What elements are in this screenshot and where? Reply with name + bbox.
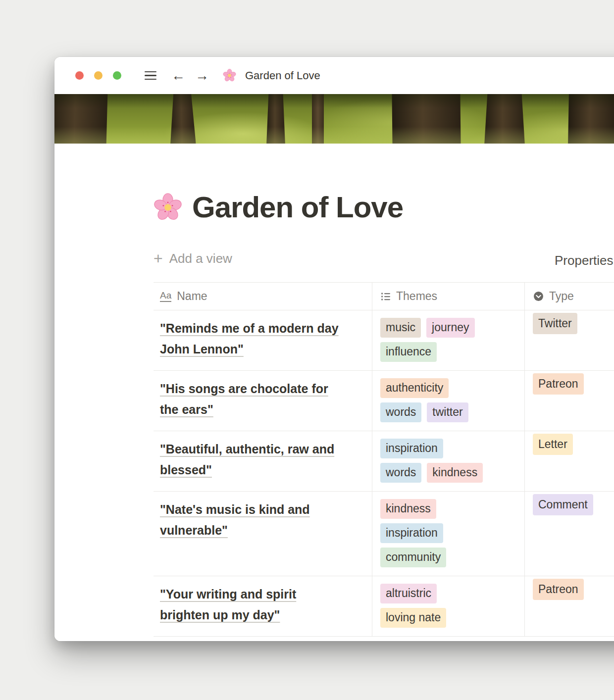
table-header-row: Aa Name Themes bbox=[154, 282, 614, 310]
tag-line: authenticity bbox=[380, 378, 449, 398]
table-row: "His songs are chocolate forthe ears"aut… bbox=[154, 371, 614, 431]
row-title[interactable]: the ears" bbox=[160, 399, 362, 420]
name-cell[interactable]: "Nate's music is kind andvulnerable" bbox=[154, 492, 372, 576]
name-cell[interactable]: "Beautiful, authentic, raw andblessed" bbox=[154, 431, 372, 491]
column-header-type[interactable]: Type bbox=[525, 283, 614, 310]
forward-arrow-icon[interactable]: → bbox=[195, 69, 209, 83]
column-label: Name bbox=[177, 290, 207, 303]
column-header-themes[interactable]: Themes bbox=[372, 283, 525, 310]
close-window-button[interactable] bbox=[75, 71, 84, 80]
column-header-name[interactable]: Aa Name bbox=[154, 283, 372, 310]
title-property-icon: Aa bbox=[160, 291, 171, 302]
database-table: Aa Name Themes bbox=[154, 282, 614, 641]
page-title-text: Garden of Love bbox=[192, 190, 403, 224]
page-content: Garden of Love + Add a view Properties A… bbox=[54, 190, 614, 641]
type-cell[interactable]: Patreon bbox=[525, 576, 614, 636]
theme-tag: kindness bbox=[427, 463, 483, 483]
plus-icon: + bbox=[154, 251, 163, 266]
theme-tag: words bbox=[380, 463, 421, 483]
select-icon bbox=[533, 291, 544, 301]
theme-tag: authenticity bbox=[380, 378, 449, 398]
type-cell[interactable]: Patreon bbox=[525, 371, 614, 431]
theme-tag: altruistric bbox=[380, 584, 437, 603]
window-title: Garden of Love bbox=[245, 69, 320, 82]
row-title[interactable]: brighten up my day" bbox=[160, 604, 362, 625]
page-title: Garden of Love bbox=[154, 190, 614, 224]
themes-cell[interactable]: altruistricloving nate bbox=[372, 576, 525, 636]
tag-line: community bbox=[380, 548, 446, 567]
tag-line: inspiration bbox=[380, 439, 443, 458]
app-window: ← → Garden bbox=[54, 57, 614, 641]
minimize-window-button[interactable] bbox=[94, 71, 102, 80]
cover-image[interactable] bbox=[54, 94, 614, 144]
properties-button[interactable]: Properties bbox=[555, 253, 614, 268]
table-row: "Your writing and spiritbrighten up my d… bbox=[154, 576, 614, 637]
theme-tag: journey bbox=[426, 318, 474, 338]
tag-line: loving nate bbox=[380, 608, 446, 628]
row-title[interactable]: vulnerable" bbox=[160, 520, 362, 541]
type-tag: Comment bbox=[533, 494, 593, 515]
themes-cell[interactable]: inspirationwordskindness bbox=[372, 431, 525, 491]
tag-line: wordstwitter bbox=[380, 402, 468, 422]
add-view-button[interactable]: + Add a view bbox=[154, 251, 232, 266]
window-titlebar: ← → Garden bbox=[54, 57, 614, 94]
tag-line: influence bbox=[380, 342, 437, 362]
theme-tag: inspiration bbox=[380, 523, 443, 543]
type-tag: Patreon bbox=[533, 579, 584, 600]
row-title[interactable]: "Your writing and spirit bbox=[160, 584, 362, 604]
view-toolbar: + Add a view Properties bbox=[154, 251, 614, 271]
name-cell[interactable]: "His songs are chocolate forthe ears" bbox=[154, 371, 372, 431]
theme-tag: twitter bbox=[427, 402, 468, 422]
type-tag: Twitter bbox=[533, 313, 577, 334]
tag-line: musicjourney bbox=[380, 318, 475, 338]
table-body: "Reminds me of a modern dayJohn Lennon"m… bbox=[154, 310, 614, 637]
theme-tag: community bbox=[380, 548, 446, 567]
type-cell[interactable]: Twitter bbox=[525, 310, 614, 370]
table-row: "Nate's music is kind andvulnerable"kind… bbox=[154, 492, 614, 576]
row-title[interactable]: John Lennon" bbox=[160, 339, 362, 359]
column-label: Type bbox=[549, 290, 574, 303]
name-cell[interactable]: "Your writing and spiritbrighten up my d… bbox=[154, 576, 372, 636]
row-title[interactable]: "Beautiful, authentic, raw and bbox=[160, 439, 362, 459]
row-title[interactable]: blessed" bbox=[160, 459, 362, 480]
cover-shading bbox=[54, 94, 614, 144]
type-tag: Patreon bbox=[533, 373, 584, 395]
theme-tag: kindness bbox=[380, 499, 436, 519]
themes-cell[interactable]: kindnessinspirationcommunity bbox=[372, 492, 525, 576]
themes-cell[interactable]: authenticitywordstwitter bbox=[372, 371, 525, 431]
table-row: "Beautiful, authentic, raw andblessed"in… bbox=[154, 431, 614, 492]
table-count-row[interactable]: COUNT 6 bbox=[154, 637, 372, 641]
table-row: "Reminds me of a modern dayJohn Lennon"m… bbox=[154, 310, 614, 371]
sidebar-menu-icon[interactable] bbox=[145, 71, 156, 80]
theme-tag: inspiration bbox=[380, 439, 443, 458]
tag-line: altruistric bbox=[380, 584, 437, 603]
zoom-window-button[interactable] bbox=[113, 71, 121, 80]
theme-tag: loving nate bbox=[380, 608, 446, 628]
tag-line: kindness bbox=[380, 499, 436, 519]
row-title[interactable]: "Nate's music is kind and bbox=[160, 499, 362, 520]
theme-tag: words bbox=[380, 402, 421, 422]
add-view-label: Add a view bbox=[169, 251, 232, 266]
row-title[interactable]: "His songs are chocolate for bbox=[160, 378, 362, 399]
back-arrow-icon[interactable]: ← bbox=[171, 69, 185, 83]
type-tag: Letter bbox=[533, 434, 573, 455]
cherry-blossom-icon bbox=[223, 69, 236, 82]
theme-tag: music bbox=[380, 318, 421, 338]
name-cell[interactable]: "Reminds me of a modern dayJohn Lennon" bbox=[154, 310, 372, 370]
desktop-background: ← → Garden bbox=[0, 0, 614, 700]
type-cell[interactable]: Comment bbox=[525, 492, 614, 576]
row-title[interactable]: "Reminds me of a modern day bbox=[160, 318, 362, 339]
theme-tag: influence bbox=[380, 342, 437, 362]
type-cell[interactable]: Letter bbox=[525, 431, 614, 491]
multi-select-icon bbox=[381, 292, 391, 301]
tag-line: wordskindness bbox=[380, 463, 483, 483]
tag-line: inspiration bbox=[380, 523, 443, 543]
column-label: Themes bbox=[396, 290, 437, 303]
cherry-blossom-icon bbox=[154, 193, 182, 222]
themes-cell[interactable]: musicjourneyinfluence bbox=[372, 310, 525, 370]
